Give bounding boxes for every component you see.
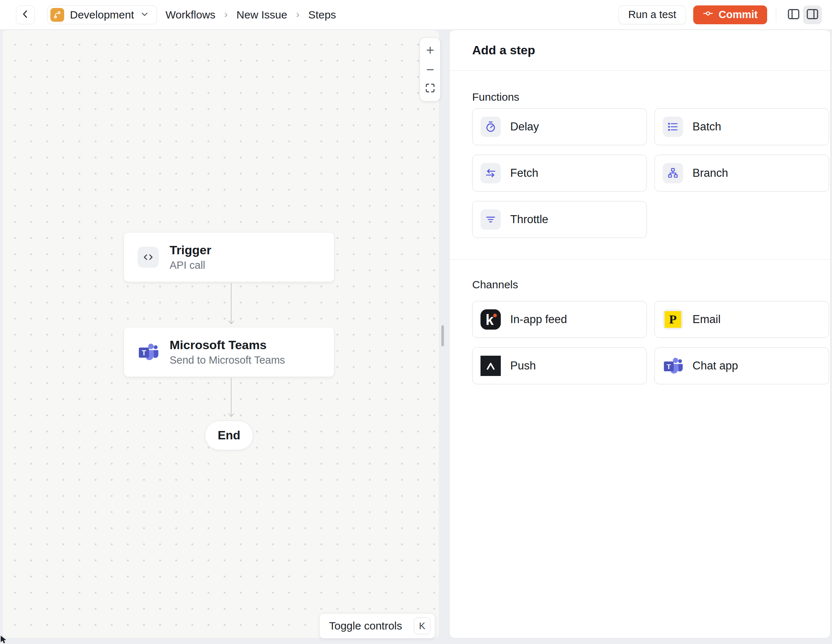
channels-section-label: Channels <box>472 278 518 291</box>
toggle-left-panel-button[interactable] <box>784 5 803 24</box>
fit-view-button[interactable] <box>420 79 440 99</box>
toggle-left-panel-icon <box>786 7 801 22</box>
run-a-test-button[interactable]: Run a test <box>619 5 686 24</box>
code-icon <box>138 247 159 268</box>
toggle-controls-label: Toggle controls <box>329 620 402 632</box>
toggle-controls-button[interactable]: Toggle controls K <box>319 613 435 639</box>
tile-label: Email <box>693 313 721 326</box>
stopwatch-icon <box>480 117 501 137</box>
step-tile-fetch[interactable]: Fetch <box>472 155 647 192</box>
step-tile-chat-app[interactable]: T Chat app <box>654 347 829 384</box>
breadcrumb-separator: › <box>296 8 300 20</box>
environment-label: Development <box>70 9 134 21</box>
top-bar: Development Workflows › New Issue › Step… <box>0 0 832 30</box>
breadcrumb-new-issue[interactable]: New Issue <box>237 9 287 21</box>
tile-label: Branch <box>693 166 728 180</box>
section-divider <box>450 259 830 260</box>
node-trigger-texts: Trigger API call <box>170 243 211 271</box>
node-subtitle: API call <box>170 259 211 271</box>
tile-label: Delay <box>510 120 539 133</box>
zoom-out-button[interactable]: − <box>420 60 440 79</box>
filter-lines-icon <box>480 209 501 230</box>
panel-title: Add a step <box>472 43 535 57</box>
tile-label: In-app feed <box>510 313 567 326</box>
hierarchy-icon <box>663 163 683 183</box>
commit-label: Commit <box>718 9 758 21</box>
keyboard-shortcut-badge: K <box>414 618 430 634</box>
tile-label: Chat app <box>693 359 738 372</box>
back-button[interactable] <box>16 5 35 24</box>
expo-icon <box>480 356 501 376</box>
breadcrumb-steps[interactable]: Steps <box>308 9 336 21</box>
functions-tiles: Delay Batch Fetch <box>472 108 829 238</box>
step-tile-throttle[interactable]: Throttle <box>472 201 647 238</box>
knock-icon: k <box>480 309 501 329</box>
node-microsoft-teams[interactable]: T Microsoft Teams Send to Microsoft Team… <box>124 328 334 377</box>
microsoft-teams-icon: T <box>663 356 683 376</box>
add-step-panel: Add a step Functions Delay Batch <box>450 30 830 638</box>
channels-tiles: k In-app feed P Email Push <box>472 301 829 384</box>
tile-label: Fetch <box>510 166 539 180</box>
zoom-controls: + − <box>420 38 440 101</box>
node-end[interactable]: End <box>205 420 253 450</box>
edge-teams-to-end <box>225 377 238 419</box>
tile-label: Batch <box>693 120 721 133</box>
panel-resize-handle[interactable] <box>442 325 444 346</box>
node-subtitle: Send to Microsoft Teams <box>170 354 285 366</box>
toggle-right-panel-button[interactable] <box>803 5 822 24</box>
step-tile-batch[interactable]: Batch <box>654 108 829 145</box>
commit-button[interactable]: Commit <box>693 5 767 24</box>
chevron-down-icon <box>140 10 149 20</box>
functions-section-label: Functions <box>472 91 519 103</box>
svg-text:T: T <box>142 349 146 357</box>
edge-trigger-to-teams <box>225 283 238 327</box>
step-tile-in-app-feed[interactable]: k In-app feed <box>472 301 647 338</box>
header-divider <box>776 8 776 22</box>
git-branch-icon <box>50 8 64 22</box>
toggle-right-panel-icon <box>805 7 820 22</box>
queue-list-icon <box>663 117 683 137</box>
breadcrumb-separator: › <box>224 8 228 20</box>
step-tile-email[interactable]: P Email <box>654 301 829 338</box>
workflow-canvas[interactable]: + − Trigger API call <box>2 30 439 638</box>
environment-switcher[interactable]: Development <box>47 5 157 24</box>
microsoft-teams-icon: T <box>138 342 159 363</box>
tile-label: Push <box>510 359 536 372</box>
postmark-icon: P <box>663 309 683 329</box>
node-title: Microsoft Teams <box>170 338 285 352</box>
breadcrumb-workflows[interactable]: Workflows <box>166 9 216 21</box>
node-title: Trigger <box>170 243 211 257</box>
node-teams-texts: Microsoft Teams Send to Microsoft Teams <box>170 338 285 366</box>
step-tile-delay[interactable]: Delay <box>472 108 647 145</box>
svg-text:T: T <box>667 363 671 371</box>
commit-icon <box>702 8 714 21</box>
fit-view-icon <box>424 81 436 97</box>
tile-label: Throttle <box>510 213 548 226</box>
node-trigger[interactable]: Trigger API call <box>124 233 334 282</box>
step-tile-push[interactable]: Push <box>472 347 647 384</box>
arrows-swap-icon <box>480 163 501 183</box>
panel-header: Add a step <box>450 30 830 70</box>
zoom-in-button[interactable]: + <box>420 40 440 60</box>
mouse-cursor <box>0 635 8 644</box>
step-tile-branch[interactable]: Branch <box>654 155 829 192</box>
breadcrumb: Workflows › New Issue › Steps <box>166 9 336 21</box>
chevron-left-icon <box>20 9 31 21</box>
